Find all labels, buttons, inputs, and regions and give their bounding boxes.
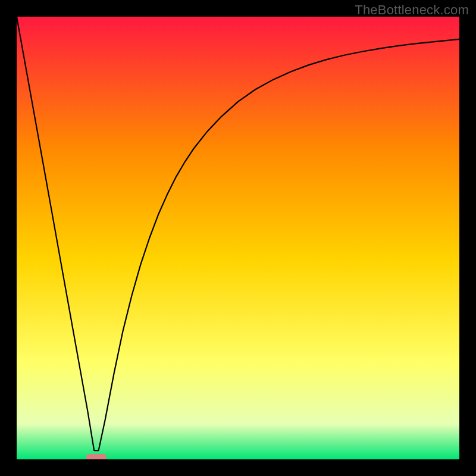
chart-outer-frame: TheBottleneck.com (0, 0, 476, 476)
curve-marker (86, 454, 107, 459)
chart-svg (17, 17, 459, 459)
plot-area (17, 17, 459, 459)
watermark-text: TheBottleneck.com (355, 2, 469, 18)
gradient-background (17, 17, 459, 459)
